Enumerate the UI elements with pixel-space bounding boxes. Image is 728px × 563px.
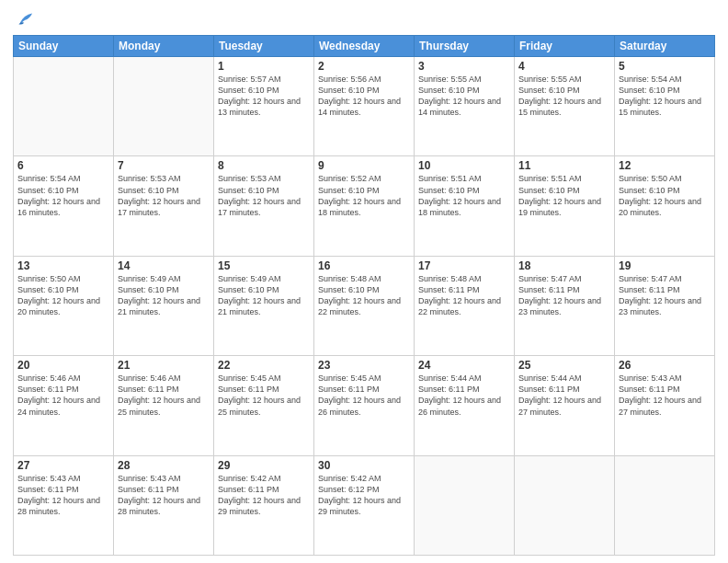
calendar-day-cell: 10Sunrise: 5:51 AM Sunset: 6:10 PM Dayli…: [415, 156, 515, 256]
day-info: Sunrise: 5:45 AM Sunset: 6:11 PM Dayligh…: [218, 373, 310, 418]
day-number: 4: [518, 60, 610, 73]
calendar-week-row: 20Sunrise: 5:46 AM Sunset: 6:11 PM Dayli…: [14, 356, 715, 455]
day-number: 12: [619, 159, 711, 172]
day-info: Sunrise: 5:51 AM Sunset: 6:10 PM Dayligh…: [418, 173, 510, 218]
day-number: 27: [17, 459, 109, 472]
day-info: Sunrise: 5:55 AM Sunset: 6:10 PM Dayligh…: [418, 74, 510, 119]
calendar-day-header: Thursday: [415, 36, 515, 57]
day-info: Sunrise: 5:42 AM Sunset: 6:12 PM Dayligh…: [318, 473, 410, 518]
calendar-day-cell: 7Sunrise: 5:53 AM Sunset: 6:10 PM Daylig…: [114, 156, 214, 256]
calendar-day-cell: [114, 57, 214, 156]
day-info: Sunrise: 5:44 AM Sunset: 6:11 PM Dayligh…: [418, 373, 510, 418]
calendar-day-cell: 3Sunrise: 5:55 AM Sunset: 6:10 PM Daylig…: [415, 57, 515, 156]
calendar-day-cell: 4Sunrise: 5:55 AM Sunset: 6:10 PM Daylig…: [515, 57, 615, 156]
calendar-day-cell: 26Sunrise: 5:43 AM Sunset: 6:11 PM Dayli…: [615, 356, 715, 455]
day-number: 7: [118, 159, 210, 172]
day-info: Sunrise: 5:43 AM Sunset: 6:11 PM Dayligh…: [619, 373, 711, 418]
calendar-day-cell: 8Sunrise: 5:53 AM Sunset: 6:10 PM Daylig…: [214, 156, 314, 256]
day-info: Sunrise: 5:50 AM Sunset: 6:10 PM Dayligh…: [619, 173, 711, 218]
calendar-day-cell: 19Sunrise: 5:47 AM Sunset: 6:11 PM Dayli…: [615, 256, 715, 355]
day-info: Sunrise: 5:50 AM Sunset: 6:10 PM Dayligh…: [17, 273, 109, 318]
day-info: Sunrise: 5:55 AM Sunset: 6:10 PM Dayligh…: [518, 74, 610, 119]
day-number: 17: [418, 259, 510, 272]
calendar-day-cell: [615, 455, 715, 555]
day-info: Sunrise: 5:53 AM Sunset: 6:10 PM Dayligh…: [218, 173, 310, 218]
day-number: 23: [318, 359, 410, 372]
header: [13, 9, 715, 29]
day-number: 24: [418, 359, 510, 372]
calendar-day-cell: 18Sunrise: 5:47 AM Sunset: 6:11 PM Dayli…: [515, 256, 615, 355]
day-info: Sunrise: 5:56 AM Sunset: 6:10 PM Dayligh…: [318, 74, 410, 119]
calendar-table: SundayMondayTuesdayWednesdayThursdayFrid…: [13, 35, 715, 556]
calendar-week-row: 13Sunrise: 5:50 AM Sunset: 6:10 PM Dayli…: [14, 256, 715, 355]
calendar-day-cell: 12Sunrise: 5:50 AM Sunset: 6:10 PM Dayli…: [615, 156, 715, 256]
calendar-day-cell: 5Sunrise: 5:54 AM Sunset: 6:10 PM Daylig…: [615, 57, 715, 156]
calendar-day-header: Monday: [114, 36, 214, 57]
calendar-day-cell: 2Sunrise: 5:56 AM Sunset: 6:10 PM Daylig…: [314, 57, 415, 156]
day-number: 13: [17, 259, 109, 272]
day-info: Sunrise: 5:43 AM Sunset: 6:11 PM Dayligh…: [118, 473, 210, 518]
calendar-day-cell: [14, 57, 114, 156]
day-number: 22: [218, 359, 310, 372]
day-info: Sunrise: 5:46 AM Sunset: 6:11 PM Dayligh…: [17, 373, 109, 418]
day-info: Sunrise: 5:46 AM Sunset: 6:11 PM Dayligh…: [118, 373, 210, 418]
day-number: 1: [218, 60, 310, 73]
calendar-week-row: 1Sunrise: 5:57 AM Sunset: 6:10 PM Daylig…: [14, 57, 715, 156]
day-number: 5: [619, 60, 711, 73]
day-number: 20: [17, 359, 109, 372]
day-number: 10: [418, 159, 510, 172]
day-info: Sunrise: 5:43 AM Sunset: 6:11 PM Dayligh…: [17, 473, 109, 518]
day-number: 19: [619, 259, 711, 272]
calendar-day-cell: 6Sunrise: 5:54 AM Sunset: 6:10 PM Daylig…: [14, 156, 114, 256]
calendar-day-cell: 27Sunrise: 5:43 AM Sunset: 6:11 PM Dayli…: [14, 455, 114, 555]
calendar-day-header: Friday: [515, 36, 615, 57]
day-info: Sunrise: 5:52 AM Sunset: 6:10 PM Dayligh…: [318, 173, 410, 218]
day-number: 11: [518, 159, 610, 172]
calendar-day-cell: [415, 455, 515, 555]
calendar-day-cell: 17Sunrise: 5:48 AM Sunset: 6:11 PM Dayli…: [415, 256, 515, 355]
logo: [13, 9, 35, 29]
day-number: 14: [118, 259, 210, 272]
calendar-week-row: 27Sunrise: 5:43 AM Sunset: 6:11 PM Dayli…: [14, 455, 715, 555]
calendar-day-cell: 25Sunrise: 5:44 AM Sunset: 6:11 PM Dayli…: [515, 356, 615, 455]
calendar-day-cell: 30Sunrise: 5:42 AM Sunset: 6:12 PM Dayli…: [314, 455, 415, 555]
day-info: Sunrise: 5:54 AM Sunset: 6:10 PM Dayligh…: [17, 173, 109, 218]
calendar-day-cell: 29Sunrise: 5:42 AM Sunset: 6:11 PM Dayli…: [214, 455, 314, 555]
page: SundayMondayTuesdayWednesdayThursdayFrid…: [0, 0, 728, 563]
calendar-day-cell: 11Sunrise: 5:51 AM Sunset: 6:10 PM Dayli…: [515, 156, 615, 256]
day-info: Sunrise: 5:42 AM Sunset: 6:11 PM Dayligh…: [218, 473, 310, 518]
calendar-day-cell: 23Sunrise: 5:45 AM Sunset: 6:11 PM Dayli…: [314, 356, 415, 455]
calendar-week-row: 6Sunrise: 5:54 AM Sunset: 6:10 PM Daylig…: [14, 156, 715, 256]
day-info: Sunrise: 5:53 AM Sunset: 6:10 PM Dayligh…: [118, 173, 210, 218]
calendar-day-cell: 15Sunrise: 5:49 AM Sunset: 6:10 PM Dayli…: [214, 256, 314, 355]
day-number: 6: [17, 159, 109, 172]
day-number: 3: [418, 60, 510, 73]
day-info: Sunrise: 5:48 AM Sunset: 6:11 PM Dayligh…: [418, 273, 510, 318]
calendar-day-cell: 28Sunrise: 5:43 AM Sunset: 6:11 PM Dayli…: [114, 455, 214, 555]
day-info: Sunrise: 5:47 AM Sunset: 6:11 PM Dayligh…: [619, 273, 711, 318]
day-number: 25: [518, 359, 610, 372]
day-number: 28: [118, 459, 210, 472]
calendar-day-header: Tuesday: [214, 36, 314, 57]
day-info: Sunrise: 5:49 AM Sunset: 6:10 PM Dayligh…: [218, 273, 310, 318]
calendar-day-header: Saturday: [615, 36, 715, 57]
day-number: 18: [518, 259, 610, 272]
day-info: Sunrise: 5:54 AM Sunset: 6:10 PM Dayligh…: [619, 74, 711, 119]
calendar-header-row: SundayMondayTuesdayWednesdayThursdayFrid…: [14, 36, 715, 57]
day-number: 21: [118, 359, 210, 372]
calendar-day-header: Sunday: [14, 36, 114, 57]
calendar-day-cell: 16Sunrise: 5:48 AM Sunset: 6:10 PM Dayli…: [314, 256, 415, 355]
day-number: 2: [318, 60, 410, 73]
day-number: 15: [218, 259, 310, 272]
day-info: Sunrise: 5:44 AM Sunset: 6:11 PM Dayligh…: [518, 373, 610, 418]
day-number: 8: [218, 159, 310, 172]
day-number: 30: [318, 459, 410, 472]
calendar-day-header: Wednesday: [314, 36, 415, 57]
calendar-day-cell: 22Sunrise: 5:45 AM Sunset: 6:11 PM Dayli…: [214, 356, 314, 455]
day-number: 16: [318, 259, 410, 272]
calendar-day-cell: 1Sunrise: 5:57 AM Sunset: 6:10 PM Daylig…: [214, 57, 314, 156]
calendar-day-cell: 14Sunrise: 5:49 AM Sunset: 6:10 PM Dayli…: [114, 256, 214, 355]
day-info: Sunrise: 5:51 AM Sunset: 6:10 PM Dayligh…: [518, 173, 610, 218]
calendar-day-cell: 21Sunrise: 5:46 AM Sunset: 6:11 PM Dayli…: [114, 356, 214, 455]
calendar-day-cell: 13Sunrise: 5:50 AM Sunset: 6:10 PM Dayli…: [14, 256, 114, 355]
